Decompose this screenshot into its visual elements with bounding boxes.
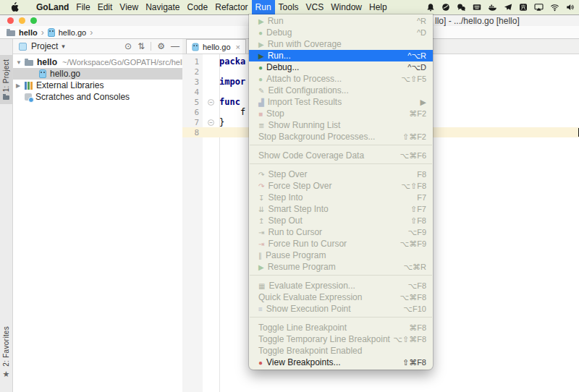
line-number[interactable]: 7 xyxy=(182,118,203,127)
line-number[interactable]: 5 xyxy=(182,98,203,107)
line-number[interactable]: 4 xyxy=(182,88,203,97)
menu-item-icon: ≣ xyxy=(258,122,264,129)
menu-item[interactable]: ∥ Pause Program xyxy=(249,250,433,261)
tree-item[interactable]: ▼ hello ~/Workspace/Go/GOPATH/src/hello xyxy=(13,56,182,68)
menubar-status-icons xyxy=(426,0,575,14)
menu-item[interactable]: ✎ Edit Configurations... xyxy=(249,85,433,96)
menu-item[interactable]: ↷ Step Over F8 xyxy=(249,169,433,180)
menu-item[interactable]: Toggle Line Breakpoint ⌘F8 xyxy=(249,322,433,333)
menu-item[interactable]: ≣ Show Running List xyxy=(249,119,433,131)
menubar-item[interactable]: File xyxy=(72,0,93,14)
menu-item[interactable] xyxy=(249,275,433,280)
menu-item[interactable]: ● View Breakpoints... ⇧⌘F8 xyxy=(249,357,433,368)
menu-item[interactable]: ▶ Run... ^⌥R xyxy=(249,50,433,61)
menu-item[interactable]: ▟ Import Test Results ▶ xyxy=(249,96,433,108)
menu-item[interactable]: ↥ Step Out ⇧F8 xyxy=(249,215,433,226)
menubar-item[interactable]: Navigate xyxy=(142,0,183,14)
wifi-icon[interactable] xyxy=(550,3,559,12)
tree-item-label: External Libraries xyxy=(36,80,103,90)
tree-item[interactable]: hello.go xyxy=(13,68,182,80)
close-button[interactable] xyxy=(7,17,14,24)
close-icon[interactable]: × xyxy=(236,43,240,51)
keyboard-viewer-icon[interactable] xyxy=(473,3,481,12)
menu-item-label: Debug xyxy=(266,27,292,38)
menu-item[interactable]: ⇥ Force Run to Cursor ⌥⌘F9 xyxy=(249,238,433,250)
menu-item-icon: ↷ xyxy=(258,182,264,190)
menu-item[interactable]: ⇥ Run to Cursor ⌥F9 xyxy=(249,226,433,238)
line-number[interactable]: 6 xyxy=(182,108,203,117)
chevron-right-icon: › xyxy=(90,27,93,38)
menu-item-icon: ≡ xyxy=(258,305,263,313)
menu-item[interactable]: ▶ Run with Coverage xyxy=(249,38,433,50)
tool-window-button-favorites[interactable]: 2: Favorites ★ xyxy=(0,322,12,383)
menubar-item[interactable]: Run xyxy=(252,0,275,14)
tree-item[interactable]: ▶ External Libraries xyxy=(13,80,182,91)
locate-icon[interactable]: ⊙ xyxy=(124,41,132,51)
volume-icon[interactable] xyxy=(566,3,575,12)
menu-item[interactable]: ● Attach to Process... ⌥⇧F5 xyxy=(249,73,433,85)
project-view-selector[interactable]: Project xyxy=(31,41,58,51)
menu-item[interactable]: ▶ Resume Program ⌥⌘R xyxy=(249,261,433,273)
line-number[interactable]: 8 xyxy=(182,128,203,137)
menubar-item[interactable]: Code xyxy=(184,0,212,14)
menu-item[interactable]: Toggle Breakpoint Enabled xyxy=(249,345,433,357)
menu-item[interactable]: ■ Stop ⌘F2 xyxy=(249,108,433,119)
zoom-button[interactable] xyxy=(30,17,37,24)
menu-item[interactable]: Quick Evaluate Expression ⌥⌘F8 xyxy=(249,291,433,303)
menu-item-label: Attach to Process... xyxy=(266,74,342,84)
telegram-icon[interactable] xyxy=(504,3,512,12)
menu-item[interactable]: Stop Background Processes... ⇧⌘F2 xyxy=(249,131,433,142)
menu-item-icon: ⇥ xyxy=(258,229,264,237)
menu-item[interactable]: ≡ Show Execution Point ⌥F10 xyxy=(249,303,433,315)
tree-expand-icon[interactable]: ▶ xyxy=(16,82,25,89)
hide-panel-icon[interactable]: — xyxy=(171,41,179,51)
tree-item-label: hello xyxy=(37,57,57,67)
menu-item[interactable]: ↷ Force Step Over ⌥⇧F8 xyxy=(249,180,433,192)
wechat-icon[interactable] xyxy=(457,3,466,12)
menubar-item[interactable]: Help xyxy=(365,0,391,14)
menubar-item[interactable]: Edit xyxy=(94,0,117,14)
minimize-button[interactable] xyxy=(19,17,25,24)
menubar-item[interactable]: Window xyxy=(327,0,365,14)
tree-item[interactable]: Scratches and Consoles xyxy=(13,91,182,103)
menu-item[interactable]: Toggle Temporary Line Breakpoint ⌥⇧⌘F8 xyxy=(249,333,433,345)
line-number[interactable]: 2 xyxy=(182,67,203,77)
apple-logo-icon[interactable] xyxy=(10,2,19,12)
menubar-item[interactable]: VCS xyxy=(303,0,328,14)
menubar-item[interactable]: GoLand xyxy=(33,0,72,14)
notification-bell-icon[interactable] xyxy=(426,3,435,12)
menubar-item[interactable]: Refactor xyxy=(211,0,251,14)
menu-item-shortcut: ⌥⌘R xyxy=(403,263,426,272)
menu-item[interactable] xyxy=(249,145,433,150)
docker-icon[interactable] xyxy=(488,3,497,12)
breadcrumb-project[interactable]: hello xyxy=(7,28,38,37)
fold-marker-icon[interactable]: − xyxy=(208,99,214,106)
line-number[interactable]: 1 xyxy=(182,57,203,67)
input-method-icon[interactable] xyxy=(519,3,528,12)
menu-item[interactable]: ● Debug ^D xyxy=(249,27,433,38)
line-number[interactable]: 3 xyxy=(182,77,203,87)
tab-hello-go[interactable]: hello.go × xyxy=(186,39,246,54)
menu-item[interactable]: Show Code Coverage Data ⌥⌘F6 xyxy=(249,150,433,161)
menu-item-label: Run... xyxy=(268,51,291,61)
menu-item-icon: ↷ xyxy=(258,171,264,179)
tool-window-button-project[interactable]: 1: Project xyxy=(0,55,12,104)
chevron-down-icon[interactable]: ▾ xyxy=(62,43,65,50)
menubar-item[interactable]: Tools xyxy=(275,0,303,14)
menu-item-label: Step Over xyxy=(268,169,307,179)
airplay-icon[interactable] xyxy=(534,3,544,12)
fold-marker-icon[interactable]: − xyxy=(208,119,214,126)
menu-item[interactable]: ▶ Run ^R xyxy=(249,15,433,27)
settings-icon[interactable]: ⚙ xyxy=(157,41,165,51)
menu-item[interactable] xyxy=(249,163,433,169)
do-not-disturb-icon[interactable] xyxy=(441,3,450,12)
menu-item[interactable]: ▦ Evaluate Expression... ⌥F8 xyxy=(249,280,433,291)
tree-expand-icon[interactable]: ▼ xyxy=(16,59,25,66)
menu-item[interactable]: ↧ Step Into F7 xyxy=(249,192,433,203)
menubar-item[interactable]: View xyxy=(116,0,142,14)
collapse-all-icon[interactable]: ⇅ xyxy=(138,41,145,51)
menu-item[interactable] xyxy=(249,317,433,322)
breadcrumb-file[interactable]: hello.go xyxy=(48,28,87,37)
menu-item[interactable]: ● Debug... ^⌥D xyxy=(249,61,433,73)
menu-item[interactable]: ⇊ Smart Step Into ⇧F7 xyxy=(249,203,433,215)
